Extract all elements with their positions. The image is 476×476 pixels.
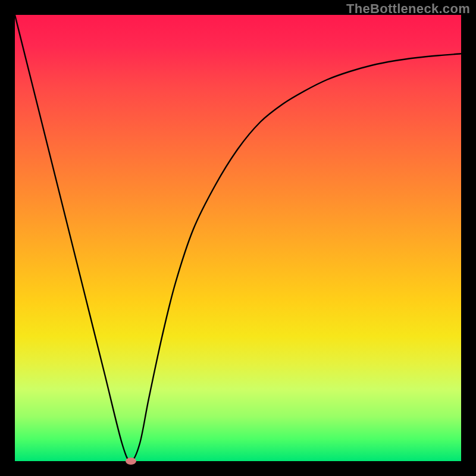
chart-frame: TheBottleneck.com [0, 0, 476, 476]
curve-svg [15, 15, 461, 461]
bottleneck-curve [15, 15, 461, 461]
plot-area [15, 15, 461, 461]
minimum-marker [126, 458, 136, 465]
